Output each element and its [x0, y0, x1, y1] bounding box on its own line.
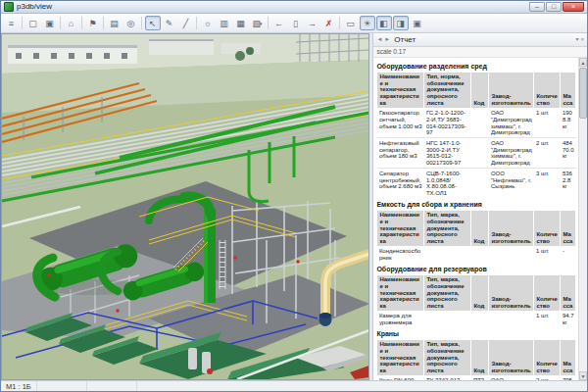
column-header: Тип, марка, обозначение документа, опрос… — [424, 211, 471, 247]
toolbar-separator — [22, 17, 23, 29]
table-cell — [471, 246, 489, 263]
table-cell: Газосепаратор сетчатый, объем 1.000 м3 — [377, 108, 424, 138]
column-header: Код — [471, 340, 489, 376]
column-header: Количество — [534, 340, 561, 376]
table-cell: - — [561, 246, 576, 263]
page-button[interactable]: ▯ — [288, 16, 304, 30]
table-cell: СЦВ-7-1600-1.0,0848/Х.80.08.08-ТХ.ОЛ1 — [424, 169, 471, 198]
app-icon — [4, 2, 14, 12]
report-forward-icon[interactable]: ► — [384, 34, 390, 45]
section-heading: Емкость для сбора и хранения — [376, 201, 576, 208]
table-cell — [471, 169, 489, 198]
comment-flag-button[interactable]: ⚑ — [85, 16, 101, 30]
close-button[interactable]: × — [563, 2, 584, 12]
menu-button[interactable]: ≡ — [4, 16, 20, 30]
table-cell: 1908.8 кг — [561, 108, 576, 138]
table-cell: 3 шт. — [534, 169, 561, 198]
table-cell: ОАО "Димитровградхиммаш", г. Димитровгра… — [489, 138, 534, 169]
table-cell: 1 шт. — [534, 108, 561, 138]
chevron-down-icon: ▾ — [260, 21, 263, 26]
column-header: Завод-изготовитель — [489, 73, 534, 109]
viewport-3d[interactable] — [1, 33, 369, 380]
table-row: Конденсатосборник1 шт.- — [377, 246, 576, 263]
table-cell: ГС 2-1.0-1200-2-И,ТУ 3683-014-00217309-9… — [424, 108, 471, 138]
table-cell: Нефтегазовый сепаратор, объем 180 м3 — [377, 138, 424, 169]
table-cell — [424, 311, 471, 327]
table-cell — [471, 108, 489, 138]
report-panel-header: ◄ ► Отчет ▾ × — [373, 33, 587, 47]
column-header: Тип, марка, обозначение документа, опрос… — [424, 275, 471, 312]
report-back-icon[interactable]: ◄ — [376, 34, 382, 45]
toolbar-separator — [81, 17, 82, 29]
layers-button[interactable]: ▧▾ — [250, 16, 266, 30]
report-content: Оборудование разделения средНаименование… — [373, 58, 578, 380]
open-button[interactable]: ▢ — [25, 16, 41, 30]
home-button[interactable]: ⌂ — [64, 16, 79, 30]
table-cell: 2 шт. — [534, 375, 561, 380]
panel-menu-icon[interactable]: ▾ — [575, 34, 578, 45]
report-table: Наименование и техническая характеристик… — [376, 339, 576, 380]
scroll-down-icon[interactable]: ▼ — [579, 371, 587, 380]
window-view-button[interactable]: ▭ — [343, 16, 359, 30]
report-scrollbar[interactable]: ▲ ▼ — [578, 58, 587, 380]
table-cell — [471, 138, 489, 169]
column-header: Код — [471, 275, 489, 312]
toolbar-separator — [339, 17, 340, 29]
column-header: Завод-изготовитель — [489, 211, 534, 247]
section-heading: Оборудование разделения сред — [376, 63, 576, 70]
table-cell — [489, 311, 534, 327]
table-cell: 2 шт. — [534, 138, 561, 169]
column-header: Масса — [561, 73, 576, 109]
report-table: Наименование и техническая характеристик… — [376, 210, 576, 263]
edit-pencil-button[interactable]: ✎ — [162, 16, 177, 30]
panel-close-icon[interactable]: × — [581, 34, 585, 45]
save-button[interactable]: ▣ — [42, 16, 58, 30]
settings-button[interactable]: ☼ — [200, 16, 216, 30]
panel-left-button[interactable]: ◧ — [376, 16, 392, 30]
report-table: Наименование и техническая характеристик… — [376, 72, 576, 198]
minimize-button[interactable]: – — [529, 2, 545, 12]
column-header: Завод-изготовитель — [489, 275, 534, 312]
table-cell: 7957.0 кг — [561, 375, 576, 380]
status-cell — [87, 381, 137, 392]
table-cell: ООО "Нефтемаш", г. Сызрань — [489, 169, 534, 198]
table-cell — [424, 246, 471, 263]
zoom-button[interactable]: ◎ — [123, 16, 139, 30]
report-panel: ◄ ► Отчет ▾ × scale 0.17 Оборудование ра… — [373, 33, 587, 380]
delete-button[interactable]: ✗ — [321, 16, 337, 30]
column-header: Наименование и техническая характеристик… — [377, 211, 424, 247]
capture-button[interactable]: ▣ — [410, 16, 425, 30]
table-cell: 48470.0 кг — [561, 138, 576, 169]
scrollbar-thumb[interactable] — [579, 68, 587, 119]
column-header: Наименование и техническая характеристик… — [377, 275, 424, 312]
table-cell: Кран DN 600 Py 1.600 МПа. Без отв. фланц… — [377, 375, 424, 380]
panel-right-button[interactable]: ◨ — [393, 16, 409, 30]
status-scale: М1 : 1Б — [1, 381, 37, 392]
table-cell: ОАО "Димитровградхиммаш", г. Димитровгра… — [489, 108, 534, 138]
maximize-button[interactable]: □ — [546, 2, 562, 12]
print-button[interactable]: ▤ — [107, 16, 122, 30]
measure-button[interactable]: ╱ — [178, 16, 194, 30]
storage-button[interactable]: ▥ — [217, 16, 232, 30]
toolbar-separator — [103, 17, 104, 29]
table-cell: Сепаратор центробежный, объем 2.680 м3 — [377, 169, 424, 198]
toolbar-separator — [141, 17, 142, 29]
toolbar-separator — [60, 17, 61, 29]
select-pointer-button[interactable]: ↖ — [145, 16, 161, 30]
table-row: Кран DN 600 Py 1.600 МПа. Без отв. фланц… — [377, 375, 576, 380]
toolbar-separator — [196, 17, 197, 29]
table-cell: ОАО "Пензтяжпромарматура", г.Пенза — [489, 375, 534, 380]
table-row: Сепаратор центробежный, объем 2.680 м3СЦ… — [377, 169, 576, 198]
table-cell: НГС 147-1.0-3000-2-И,ТУ 3615-012-0021730… — [424, 138, 471, 169]
forward-button[interactable]: → — [305, 16, 320, 30]
table-cell: Конденсатосборник — [377, 246, 424, 263]
back-button[interactable]: ← — [271, 16, 287, 30]
light-button[interactable]: ☀ — [360, 16, 375, 30]
main-toolbar: ≡▢▣⌂⚑▤◎↖✎╱☼▥▦▧▾←▯→✗▭☀◧◨▣ — [1, 14, 587, 33]
scroll-up-icon[interactable]: ▲ — [579, 58, 587, 67]
column-header: Код — [471, 73, 489, 109]
table-view-button[interactable]: ▦ — [233, 16, 249, 30]
report-table: Наименование и техническая характеристик… — [376, 274, 576, 327]
table-row: Нефтегазовый сепаратор, объем 180 м3НГС … — [377, 138, 576, 169]
column-header: Масса — [561, 340, 576, 376]
